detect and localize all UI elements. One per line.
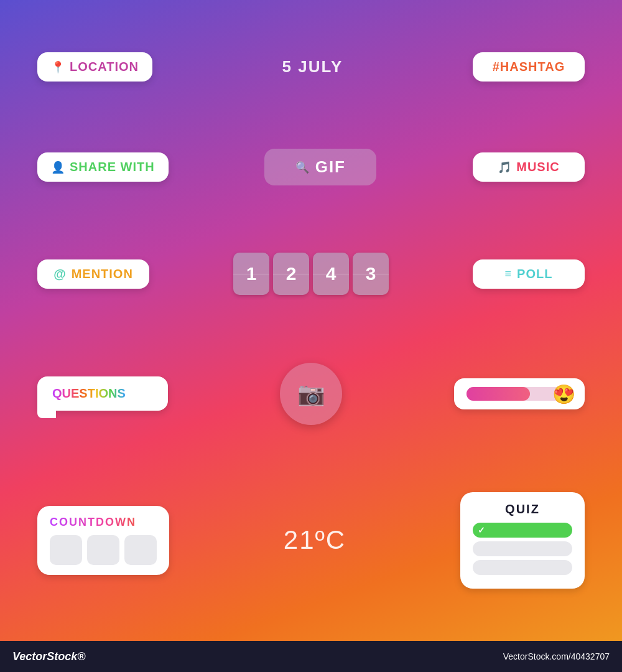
flip-digit-1: 1 xyxy=(233,253,269,295)
quiz-option-2[interactable] xyxy=(473,541,572,556)
row-2: 👤 SHARE WITH 🔍 GIF 🎵 MUSIC xyxy=(37,149,585,185)
main-container: 📍 LOCATION 5 JULY #HASHTAG 👤 SHARE WITH … xyxy=(0,0,622,672)
questions-sticker[interactable]: QUESTIONS xyxy=(37,376,168,411)
slider-fill xyxy=(466,387,530,401)
content: 📍 LOCATION 5 JULY #HASHTAG 👤 SHARE WITH … xyxy=(0,0,622,641)
music-sticker[interactable]: 🎵 MUSIC xyxy=(473,152,585,182)
poll-icon: ≡ xyxy=(505,268,513,281)
quiz-sticker[interactable]: QUIZ ✓ xyxy=(460,492,585,589)
row-4: QUESTIONS 📷 😍 xyxy=(37,363,585,425)
watermark-left-text: VectorStock® xyxy=(12,650,86,663)
countdown-box-1 xyxy=(50,535,82,565)
row-3: @ MENTION 1 2 4 3 ≡ POLL xyxy=(37,253,585,295)
emoji-slider-sticker[interactable]: 😍 xyxy=(454,378,585,409)
share-label: SHARE WITH xyxy=(70,160,155,174)
countdown-sticker[interactable]: COUNTDOWN xyxy=(37,506,169,575)
flip-counter: 1 2 4 3 xyxy=(233,253,389,295)
flip-digit-4: 3 xyxy=(353,253,389,295)
gif-label: GIF xyxy=(315,157,346,177)
watermark-bar: VectorStock® VectorStock.com/40432707 xyxy=(0,641,622,672)
slider-track[interactable]: 😍 xyxy=(466,387,572,401)
check-icon: ✓ xyxy=(478,525,485,535)
flip-digit-3: 4 xyxy=(313,253,349,295)
location-label: LOCATION xyxy=(70,60,139,74)
poll-label: POLL xyxy=(517,267,552,281)
mention-sticker[interactable]: @ MENTION xyxy=(37,259,149,289)
countdown-box-2 xyxy=(87,535,119,565)
row-1: 📍 LOCATION 5 JULY #HASHTAG xyxy=(37,52,585,82)
camera-button[interactable]: 📷 xyxy=(280,363,342,425)
hashtag-label: #HASHTAG xyxy=(493,60,565,74)
watermark-right-text: VectorStock.com/40432707 xyxy=(503,651,610,661)
row-5: COUNTDOWN 21ºC QUIZ ✓ xyxy=(37,492,585,589)
gif-sticker[interactable]: 🔍 GIF xyxy=(264,149,376,185)
share-icon: 👤 xyxy=(51,161,65,174)
questions-label: QUESTIONS xyxy=(52,386,126,400)
location-icon: 📍 xyxy=(51,60,65,74)
mention-label: MENTION xyxy=(72,267,133,281)
countdown-title: COUNTDOWN xyxy=(50,516,157,529)
location-sticker[interactable]: 📍 LOCATION xyxy=(37,52,152,82)
music-icon: 🎵 xyxy=(498,161,511,174)
music-label: MUSIC xyxy=(516,160,559,174)
poll-sticker[interactable]: ≡ POLL xyxy=(473,259,585,289)
hashtag-sticker[interactable]: #HASHTAG xyxy=(473,52,585,82)
temperature-label: 21ºC xyxy=(284,525,346,555)
flip-digit-2: 2 xyxy=(273,253,309,295)
countdown-boxes xyxy=(50,535,157,565)
quiz-option-correct[interactable]: ✓ xyxy=(473,523,572,538)
share-sticker[interactable]: 👤 SHARE WITH xyxy=(37,152,169,182)
mention-at: @ xyxy=(53,267,67,281)
quiz-title: QUIZ xyxy=(473,502,572,516)
slider-emoji: 😍 xyxy=(552,383,575,404)
search-icon: 🔍 xyxy=(295,161,309,174)
quiz-option-3[interactable] xyxy=(473,560,572,575)
countdown-box-3 xyxy=(124,535,157,565)
date-label: 5 JULY xyxy=(282,57,343,77)
camera-icon: 📷 xyxy=(297,381,325,407)
